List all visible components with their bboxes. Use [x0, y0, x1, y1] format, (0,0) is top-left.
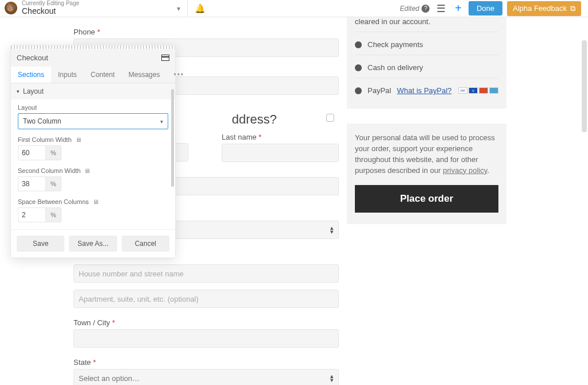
pay-label: Cash on delivery: [368, 63, 423, 72]
tab-inputs[interactable]: Inputs: [51, 67, 84, 83]
place-order-button[interactable]: Place order: [355, 185, 498, 213]
editing-label: Currently Editing Page: [22, 1, 79, 6]
top-bar: 🦫 Currently Editing Page Checkout ▾ 🔔 Ed…: [0, 0, 588, 17]
bell-icon[interactable]: 🔔: [195, 3, 206, 14]
paypal-card-icon: PP: [458, 87, 467, 94]
layout-value: Two Column: [23, 117, 61, 125]
second-col-input[interactable]: [18, 176, 45, 191]
pay-label: PayPal: [368, 86, 391, 95]
amex-card-icon: [489, 87, 498, 94]
save-as-button[interactable]: Save As...: [69, 236, 117, 252]
last-name-input[interactable]: [222, 144, 339, 162]
first-col-input[interactable]: [18, 145, 45, 160]
desktop-icon[interactable]: 🖥: [92, 198, 99, 205]
town-input[interactable]: [74, 329, 339, 348]
tab-content[interactable]: Content: [84, 67, 122, 83]
second-col-label: Second Column Width 🖥: [18, 167, 168, 174]
radio-icon: [355, 64, 362, 71]
unit-label: %: [45, 145, 61, 160]
space-input[interactable]: [18, 207, 45, 222]
chevron-down-icon[interactable]: ▾: [177, 5, 180, 13]
first-col-label: First Column Width 🖥: [18, 136, 168, 143]
radio-icon: [355, 41, 362, 48]
title-block: Currently Editing Page Checkout: [22, 1, 79, 16]
street1-input[interactable]: [74, 264, 339, 283]
group-label: Layout: [23, 87, 44, 95]
privacy-link[interactable]: privacy policy: [443, 166, 487, 175]
privacy-text: Your personal data will be used to proce…: [355, 133, 498, 176]
layout-select[interactable]: Two Column ▾: [18, 113, 168, 129]
edited-status: Edited ?: [400, 5, 430, 13]
card-icons: PP V: [458, 87, 498, 94]
payment-box: cleared in our account. Check payments C…: [347, 17, 506, 109]
group-layout[interactable]: ▾ Layout: [11, 83, 175, 99]
edited-label: Edited: [400, 5, 419, 13]
canvas: Phone * ddress? Last name * ▴▾: [0, 17, 588, 385]
alpha-feedback-button[interactable]: Alpha Feedback ⧉: [507, 1, 581, 16]
panel-tabs: Sections Inputs Content Messages •••: [11, 67, 175, 83]
panel-body: ▾ Layout Layout Two Column ▾ First Colum…: [11, 83, 175, 229]
topbar-right: Edited ? ☰ + Done Alpha Feedback ⧉: [400, 1, 581, 16]
panel-title: Checkout: [17, 53, 48, 62]
sort-arrows-icon: ▴▾: [330, 226, 334, 233]
street2-input[interactable]: [74, 290, 339, 308]
window-icon[interactable]: [161, 55, 169, 61]
privacy-box: Your personal data will be used to proce…: [347, 124, 506, 224]
unit-label: %: [45, 176, 61, 191]
paypal-link[interactable]: What is PayPal?: [397, 86, 451, 95]
scrollbar[interactable]: [582, 40, 587, 132]
beaver-logo-icon: 🦫: [5, 2, 17, 14]
plus-icon[interactable]: +: [452, 2, 464, 15]
pay-row-paypal[interactable]: PayPal What is PayPal? PP V: [355, 78, 498, 101]
cancel-button[interactable]: Cancel: [122, 236, 169, 252]
sort-arrows-icon: ▴▾: [330, 374, 334, 382]
settings-panel: Checkout Sections Inputs Content Message…: [10, 45, 176, 258]
cart-column: cleared in our account. Check payments C…: [347, 17, 506, 224]
cleared-text: cleared in our account.: [355, 17, 498, 32]
radio-icon: [355, 87, 362, 94]
panel-footer: Save Save As... Cancel: [11, 229, 175, 257]
field-label-town: Town / City *: [74, 318, 339, 327]
tab-messages[interactable]: Messages: [122, 67, 167, 83]
tab-more-icon[interactable]: •••: [167, 67, 191, 83]
help-icon[interactable]: ?: [421, 5, 430, 13]
state-select[interactable]: Select an option… ▴▾: [74, 369, 339, 385]
divider: [187, 0, 188, 17]
outline-icon[interactable]: ☰: [434, 1, 448, 16]
chevron-down-icon: ▾: [17, 88, 20, 94]
field-label-phone: Phone *: [74, 28, 339, 36]
desktop-icon[interactable]: 🖥: [75, 136, 82, 143]
external-link-icon: ⧉: [570, 4, 575, 13]
pay-row-check[interactable]: Check payments: [355, 32, 498, 55]
chevron-down-icon: ▾: [160, 118, 163, 125]
pay-label: Check payments: [368, 40, 423, 49]
space-label: Space Between Columns 🖥: [18, 198, 168, 205]
field-label-state: State *: [74, 358, 339, 367]
field-label-lastname: Last name *: [222, 133, 339, 141]
pay-row-cod[interactable]: Cash on delivery: [355, 55, 498, 78]
visa-card-icon: V: [469, 87, 478, 94]
panel-scrollbar[interactable]: [171, 89, 174, 187]
ship-checkbox[interactable]: [326, 114, 334, 122]
alpha-label: Alpha Feedback: [513, 4, 567, 13]
state-placeholder: Select an option…: [79, 374, 140, 383]
desktop-icon[interactable]: 🖥: [84, 167, 90, 174]
mastercard-icon: [479, 87, 488, 94]
done-button[interactable]: Done: [469, 1, 502, 16]
topbar-left: 🦫 Currently Editing Page Checkout: [0, 1, 79, 16]
save-button[interactable]: Save: [17, 236, 64, 252]
tab-sections[interactable]: Sections: [11, 67, 51, 83]
unit-label: %: [45, 207, 61, 222]
panel-header: Checkout: [11, 49, 175, 67]
page-title: Checkout: [22, 6, 79, 16]
layout-label: Layout: [18, 104, 168, 111]
